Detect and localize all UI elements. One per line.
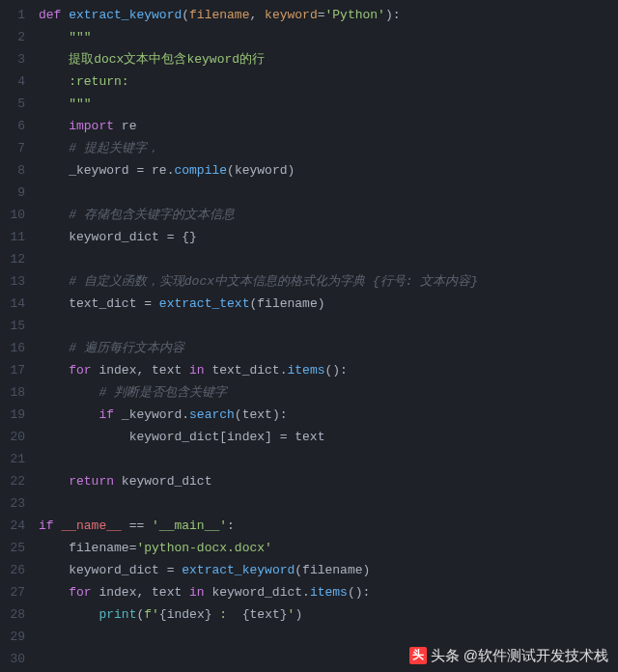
code-line: keyword_dict = {} [39,226,618,248]
code-token: } [280,607,288,622]
code-token: items [287,363,324,378]
code-token: ( [227,163,235,178]
code-token: text [250,607,280,622]
code-token: (): [325,363,348,378]
line-number: 28 [0,603,25,626]
line-number: 29 [0,626,25,648]
code-line: for index, text in keyword_dict.items(): [39,581,618,603]
code-token: 'python-docx.docx' [136,541,271,555]
code-line: return keyword_dict [39,470,618,492]
code-token: if [98,407,114,422]
code-token: return [69,474,114,489]
line-number: 25 [0,537,25,559]
code-token [39,74,69,89]
code-token [39,119,69,133]
line-number: 27 [0,581,25,603]
code-token: extract_keyword [182,563,295,577]
code-token: ) [363,563,371,577]
code-token: : [227,518,235,533]
code-token: import [69,119,114,133]
code-token: keyword_dict [114,474,211,489]
code-line: :return: [39,70,618,93]
code-line: # 自定义函数，实现docx中文本信息的格式化为字典 {行号: 文本内容} [39,270,618,293]
code-token: # 自定义函数，实现docx中文本信息的格式化为字典 {行号: 文本内容} [69,274,478,289]
code-token: extract_keyword [69,8,182,22]
code-token: } [205,607,212,622]
code-token: index [167,607,205,622]
code-line [39,448,618,470]
watermark-prefix: 头条 [431,644,460,666]
watermark-icon: 头 [409,647,427,664]
line-number: 6 [0,115,25,137]
code-token: :return: [69,74,128,89]
code-token: {} [174,230,196,244]
line-number: 11 [0,226,25,248]
code-token: # 存储包含关键字的文本信息 [69,208,235,222]
code-token: 提取docx文本中包含keyword的行 [69,52,265,67]
code-token: re [114,119,136,133]
code-token: items [310,585,348,600]
code-token: # 遍历每行文本内容 [69,341,184,355]
line-number: 17 [0,359,25,381]
code-token: keyword_dict. [205,585,310,600]
line-number: 3 [0,48,25,70]
code-token [39,52,69,67]
code-token: == [129,518,145,533]
code-editor: 1234567891011121314151617181920212223242… [0,0,618,670]
line-number: 8 [0,159,25,182]
code-line [39,248,618,270]
code-line: def extract_keyword(filename, keyword='P… [39,4,618,26]
code-token: keyword [235,163,288,178]
code-line: """ [39,93,618,115]
code-token [39,541,69,555]
code-token: re. [144,163,174,178]
line-number: 15 [0,315,25,337]
code-token: compile [174,163,227,178]
code-token [39,208,69,222]
code-token: ): [385,8,401,22]
line-number: 20 [0,426,25,448]
code-line: text_dict = extract_text(filename) [39,293,618,315]
code-token [39,141,69,155]
code-token [39,230,69,244]
code-token: # 提起关键字， [69,141,159,155]
code-token: ): [272,407,288,422]
line-number: 4 [0,70,25,93]
code-token [39,363,69,378]
code-token [39,607,98,622]
code-token [152,296,159,311]
code-token: text_dict. [205,363,288,378]
code-token: filename [69,541,128,555]
code-token [39,563,69,577]
code-token: ) [295,607,302,622]
code-token: 'Python' [325,8,385,22]
code-token: { [159,607,167,622]
code-token: keyword_dict [69,230,166,244]
line-number: 30 [0,648,25,670]
code-token: __name__ [54,518,129,533]
code-token: keyword [265,8,318,22]
code-token: search [189,407,235,422]
code-token: for [69,363,91,378]
watermark: 头 头条 @软件测试开发技术栈 [409,644,608,666]
code-token: f' [144,607,159,622]
code-line: _keyword = re.compile(keyword) [39,159,618,182]
line-number: 26 [0,559,25,581]
code-token: ) [318,296,325,311]
code-token: # 判断是否包含关键字 [98,385,227,400]
code-token: (): [348,585,370,600]
code-token: = [144,296,152,311]
code-token: extract_text [159,296,250,311]
code-line: # 判断是否包含关键字 [39,381,618,404]
code-token: ( [235,407,242,422]
code-token [39,407,98,422]
code-token [39,296,69,311]
code-line [39,492,618,515]
code-line: for index, text in text_dict.items(): [39,359,618,381]
code-line: 提取docx文本中包含keyword的行 [39,48,618,70]
code-line: keyword_dict = extract_keyword(filename) [39,559,618,581]
code-token: '__main__' [152,518,227,533]
line-number: 14 [0,293,25,315]
code-token: ( [182,8,189,22]
code-token: """ [69,30,91,44]
